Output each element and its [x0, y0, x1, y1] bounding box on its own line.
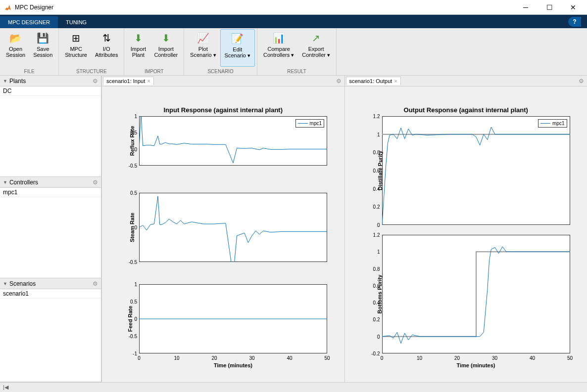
x-tick: 10: [417, 355, 422, 361]
sidebar: ▼Plants⚙ DC ▼Controllers⚙ mpc1 ▼Scenario…: [0, 76, 101, 382]
gear-icon[interactable]: ⚙: [579, 78, 584, 85]
x-tick: 20: [454, 355, 460, 361]
mpc-structure-button[interactable]: ⊞MPCStructure: [61, 29, 91, 67]
close-tab-icon[interactable]: ×: [394, 78, 397, 84]
window-title: MPC Designer: [15, 4, 516, 11]
close-button[interactable]: ✕: [563, 0, 583, 14]
y-tick: 0: [377, 222, 380, 228]
group-label-result: RESULT: [257, 68, 336, 75]
tab-scenario1-output[interactable]: scenario1: Output×: [346, 77, 401, 85]
chart-axes: Distillate Purity00.20.40.60.811.2mpc1: [382, 116, 570, 225]
y-tick: -0.5: [129, 163, 137, 169]
y-tick: 1.2: [373, 114, 380, 119]
group-label-scenario: SCENARIO: [184, 68, 257, 75]
y-tick: 0: [134, 146, 137, 152]
matlab-logo-icon: [4, 3, 12, 11]
collapse-icon: ▼: [3, 281, 7, 286]
x-tick: 40: [530, 355, 535, 361]
x-tick: 20: [211, 355, 217, 361]
x-axis-label: Time (minutes): [139, 362, 327, 368]
folder-icon: 📂: [9, 31, 22, 45]
y-tick: -0.5: [129, 260, 137, 265]
controller-item[interactable]: mpc1: [0, 188, 101, 197]
titlebar: MPC Designer ─ ☐ ✕: [0, 0, 587, 15]
x-tick: 30: [249, 355, 254, 361]
open-session-button[interactable]: 📂OpenSession: [2, 29, 29, 67]
plants-panel-header[interactable]: ▼Plants⚙: [0, 76, 101, 87]
y-tick: 1: [377, 249, 380, 255]
group-label-import: IMPORT: [124, 68, 184, 75]
y-tick: 0.5: [130, 299, 137, 305]
data-line: [139, 196, 327, 262]
collapse-icon: ▼: [3, 180, 7, 185]
tab-tuning[interactable]: TUNING: [58, 16, 95, 28]
export-icon: ↗: [312, 31, 320, 45]
y-tick: 0: [134, 316, 137, 322]
maximize-button[interactable]: ☐: [539, 0, 559, 14]
export-controller-button[interactable]: ↗ExportController ▾: [298, 29, 334, 67]
chart-title: Output Response (against internal plant): [345, 106, 587, 114]
y-tick: 0.6: [373, 283, 380, 288]
gear-icon[interactable]: ⚙: [93, 78, 98, 85]
import-controller-icon: ⬇: [162, 31, 170, 45]
x-tick: 30: [492, 355, 497, 361]
toolstrip: 📂OpenSession 💾SaveSession FILE ⊞MPCStruc…: [0, 28, 587, 76]
compare-controllers-button[interactable]: 📊CompareControllers ▾: [259, 29, 298, 67]
output-plot-pane: scenario1: Output× ⚙ Output Response (ag…: [344, 76, 587, 382]
gear-icon[interactable]: ⚙: [93, 179, 98, 186]
compare-icon: 📊: [273, 31, 285, 45]
y-tick: -1: [133, 351, 137, 356]
chart-axes: Bottoms Purity-0.200.20.40.60.811.201020…: [382, 235, 570, 353]
chart-legend: mpc1: [538, 119, 567, 128]
scenario-item[interactable]: scenario1: [0, 289, 101, 299]
y-tick: 0.6: [373, 168, 380, 174]
structure-icon: ⊞: [72, 31, 80, 45]
close-tab-icon[interactable]: ×: [147, 78, 150, 84]
y-tick: 1: [134, 114, 137, 119]
chart-axes: Reflux Rate-0.500.51mpc1: [139, 116, 327, 166]
io-attributes-button[interactable]: ⇅I/OAttributes: [91, 29, 122, 67]
io-icon: ⇅: [102, 31, 111, 45]
x-tick: 10: [174, 355, 179, 361]
edit-icon: 📝: [231, 32, 244, 45]
minimize-button[interactable]: ─: [516, 0, 536, 14]
input-plot-pane: scenario1: Input× ⚙ Input Response (agai…: [101, 76, 344, 382]
controllers-panel-header[interactable]: ▼Controllers⚙: [0, 177, 101, 188]
scenarios-panel-header[interactable]: ▼Scenarios⚙: [0, 278, 101, 289]
x-tick: 40: [287, 355, 292, 361]
save-icon: 💾: [37, 31, 49, 45]
chart-axes: Feed Rate-1-0.500.5101020304050Time (min…: [139, 284, 327, 353]
data-line: [382, 127, 570, 225]
y-tick: 0: [377, 334, 380, 339]
plot-scenario-button[interactable]: 📈PlotScenario ▾: [186, 29, 220, 67]
y-tick: 0.5: [130, 190, 137, 196]
x-tick: 0: [381, 355, 384, 361]
tab-mpc-designer[interactable]: MPC DESIGNER: [0, 16, 58, 28]
gear-icon[interactable]: ⚙: [336, 78, 342, 85]
ribbon-tabs: MPC DESIGNER TUNING ?: [0, 15, 587, 28]
help-icon[interactable]: ?: [568, 17, 581, 27]
y-tick: -0.5: [129, 334, 137, 339]
tab-scenario1-input[interactable]: scenario1: Input×: [103, 77, 154, 85]
chart-legend: mpc1: [295, 119, 324, 128]
y-tick: 0.4: [373, 186, 380, 191]
chart-title: Input Response (against internal plant): [102, 106, 344, 114]
import-controller-button[interactable]: ⬇ImportController: [150, 29, 182, 67]
x-axis-label: Time (minutes): [382, 362, 570, 368]
statusbar-back-icon[interactable]: |◀: [3, 384, 8, 391]
y-tick: 0.2: [373, 204, 380, 210]
y-axis-label: Feed Rate: [127, 306, 133, 332]
import-plant-icon: ⬇: [134, 31, 143, 45]
x-tick: 50: [324, 355, 330, 361]
save-session-button[interactable]: 💾SaveSession: [29, 29, 56, 67]
y-tick: 1: [134, 282, 137, 287]
plot-icon: 📈: [197, 31, 209, 45]
gear-icon[interactable]: ⚙: [93, 280, 98, 287]
edit-scenario-button[interactable]: 📝EditScenario ▾: [220, 29, 255, 67]
plant-item[interactable]: DC: [0, 87, 101, 96]
y-tick: -0.2: [371, 351, 380, 356]
y-tick: 0.2: [373, 317, 380, 322]
import-plant-button[interactable]: ⬇ImportPlant: [126, 29, 150, 67]
y-tick: 0: [134, 225, 137, 230]
y-tick: 0.8: [373, 266, 380, 271]
